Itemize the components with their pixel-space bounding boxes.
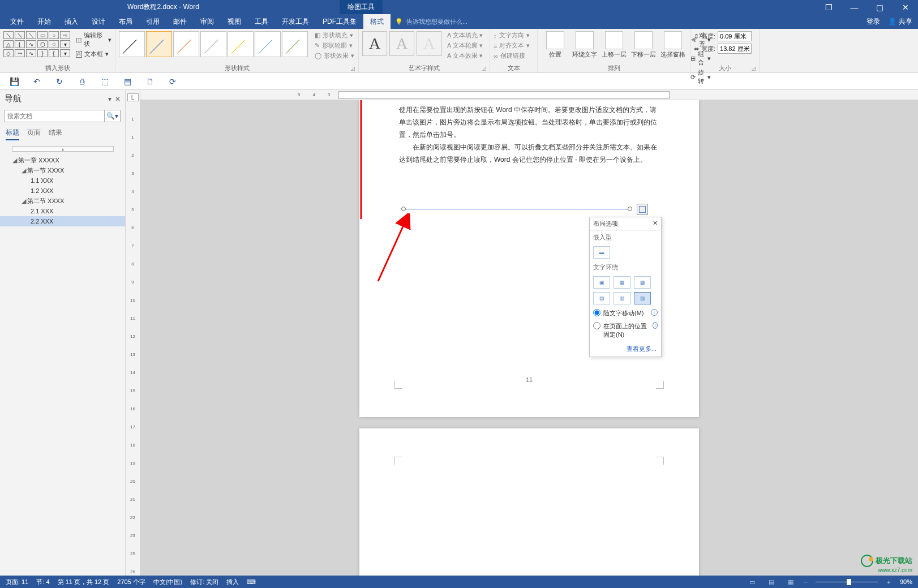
tab-home[interactable]: 开始	[31, 14, 58, 29]
shape-rbrace-icon[interactable]: }	[37, 49, 48, 57]
redo-button[interactable]: ↻	[53, 75, 66, 88]
status-section[interactable]: 节: 4	[36, 578, 49, 586]
nav-tab-pages[interactable]: 页面	[27, 128, 41, 140]
text-effect-button[interactable]: A 文本效果 ▾	[447, 51, 483, 60]
style-swatch[interactable]	[173, 31, 199, 57]
shape-style-gallery[interactable]	[119, 31, 308, 57]
text-outline-button[interactable]: A 文本轮廓 ▾	[447, 41, 483, 50]
maximize-button[interactable]: ▢	[867, 0, 893, 14]
layout-options-button[interactable]	[637, 204, 648, 215]
tab-file[interactable]: 文件	[3, 14, 31, 29]
edit-shape-button[interactable]: ◫编辑形状 ▾	[76, 31, 111, 48]
dialog-launcher-icon[interactable]: ◿	[752, 66, 757, 71]
status-ime[interactable]: ⌨	[247, 578, 256, 586]
close-button[interactable]: ✕	[893, 0, 918, 14]
view-print-icon[interactable]: ▤	[766, 577, 777, 586]
tab-references[interactable]: 引用	[139, 14, 166, 29]
tab-format[interactable]: 格式	[363, 14, 391, 29]
contextual-tab-drawing-tools[interactable]: 绘图工具	[340, 0, 383, 14]
save-button[interactable]: 💾	[8, 75, 20, 88]
shape-rect-icon[interactable]: ▭	[37, 31, 48, 39]
tab-review[interactable]: 审阅	[194, 14, 221, 29]
document-text[interactable]: 使用在需要位置出现的新按钮在 Word 中保存时间。若要更改图片适应文档的方式，…	[359, 100, 699, 166]
shape-hex-icon[interactable]: ⬡	[37, 40, 48, 48]
textbox-button[interactable]: 🄰文本框 ▾	[76, 50, 111, 58]
wrap-topbottom-icon[interactable]: ▤	[593, 292, 610, 304]
status-track-changes[interactable]: 修订: 关闭	[190, 578, 218, 586]
nav-node[interactable]: 1.2 XXX	[0, 186, 125, 196]
ribbon-display-icon[interactable]: ❐	[816, 0, 842, 14]
style-swatch[interactable]	[228, 31, 254, 57]
width-input[interactable]	[718, 44, 752, 54]
status-insert-mode[interactable]: 插入	[226, 578, 239, 586]
shape-star-icon[interactable]: ☆	[49, 40, 59, 48]
nav-tab-headings[interactable]: 标题	[6, 128, 19, 140]
height-input[interactable]	[718, 31, 752, 41]
shape-effect-button[interactable]: ◯形状效果 ▾	[315, 51, 354, 60]
status-page[interactable]: 页面: 11	[6, 578, 28, 586]
nav-expander[interactable]: ▴	[12, 146, 114, 152]
nav-search-input[interactable]	[5, 110, 105, 122]
tab-design[interactable]: 设计	[85, 14, 112, 29]
nav-node[interactable]: ◢第二节 XXXX	[0, 196, 125, 206]
shape-lbrace2-icon[interactable]: {	[49, 49, 59, 57]
zoom-out-button[interactable]: −	[804, 578, 808, 585]
shape-line-icon[interactable]: ＼	[26, 31, 36, 39]
qat-button[interactable]: ⟳	[166, 75, 179, 88]
nav-tab-results[interactable]: 结果	[49, 128, 62, 140]
tab-view[interactable]: 视图	[221, 14, 248, 29]
wordart-swatch[interactable]: A	[362, 31, 387, 56]
document-page-next[interactable]	[359, 428, 699, 576]
style-swatch[interactable]	[255, 31, 281, 57]
radio-input[interactable]	[593, 309, 600, 316]
info-icon[interactable]: i	[651, 309, 658, 316]
qat-button[interactable]: 🗋	[144, 75, 156, 88]
style-swatch[interactable]	[200, 31, 226, 57]
shape-curve-icon[interactable]: ∿	[26, 40, 36, 48]
create-link-button[interactable]: ∞创建链接	[494, 51, 530, 60]
send-backward-button[interactable]: 下移一层	[629, 31, 658, 59]
nav-node-selected[interactable]: 2.2 XXX	[0, 216, 125, 226]
share-button[interactable]: 👤 共享	[888, 17, 912, 27]
wrap-square-icon[interactable]: ▣	[593, 276, 610, 289]
shape-more-icon[interactable]: ▾	[60, 40, 70, 48]
wordart-gallery[interactable]: A A A	[362, 31, 441, 56]
status-page-count[interactable]: 第 11 页，共 12 页	[58, 578, 110, 586]
wrap-through-icon[interactable]: ▩	[634, 276, 651, 289]
zoom-slider-thumb[interactable]	[847, 579, 851, 585]
position-button[interactable]: 位置	[541, 31, 569, 59]
layout-popup-close-icon[interactable]: ✕	[653, 220, 658, 228]
text-fill-button[interactable]: A 文本填充 ▾	[447, 31, 483, 40]
shape-oval-icon[interactable]: ○	[49, 31, 59, 39]
tab-pdf-toolset[interactable]: PDF工具集	[316, 14, 363, 29]
tab-layout[interactable]: 布局	[112, 14, 139, 29]
nav-node[interactable]: 1.1 XXX	[0, 175, 125, 186]
shape-lbrace-icon[interactable]: ⌊	[15, 40, 25, 48]
drawn-line-shape[interactable]	[404, 209, 630, 209]
status-word-count[interactable]: 2705 个字	[117, 578, 145, 586]
shape-callout-icon[interactable]: ◇	[3, 49, 14, 57]
style-swatch[interactable]	[119, 31, 145, 57]
shape-bezier-icon[interactable]: ∿	[26, 49, 36, 57]
info-icon[interactable]: i	[653, 322, 658, 329]
qat-button[interactable]: ⎙	[76, 75, 88, 88]
wrap-infront-icon[interactable]: ▧	[634, 292, 651, 304]
resize-handle-right[interactable]	[628, 207, 632, 211]
bring-forward-button[interactable]: 上移一层	[600, 31, 628, 59]
wrap-tight-icon[interactable]: ▦	[614, 276, 630, 289]
tab-insert[interactable]: 插入	[58, 14, 85, 29]
nav-dropdown-icon[interactable]: ▾	[108, 95, 111, 103]
tab-developer[interactable]: 开发工具	[275, 14, 316, 29]
dialog-launcher-icon[interactable]: ◿	[482, 66, 488, 71]
nav-close-icon[interactable]: ✕	[115, 95, 121, 103]
wordart-swatch[interactable]: A	[389, 31, 414, 56]
zoom-slider[interactable]	[816, 581, 878, 583]
shape-more2-icon[interactable]: ▾	[60, 49, 70, 57]
document-scroll-area[interactable]: 使用在需要位置出现的新按钮在 Word 中保存时间。若要更改图片适应文档的方式，…	[140, 100, 918, 576]
zoom-percent[interactable]: 90%	[900, 578, 912, 585]
dialog-launcher-icon[interactable]: ◿	[351, 66, 357, 71]
align-text-button[interactable]: ≡对齐文本 ▾	[494, 41, 530, 50]
shape-triangle-icon[interactable]: △	[3, 40, 14, 48]
selection-pane-button[interactable]: 选择窗格	[659, 31, 687, 59]
style-swatch[interactable]	[282, 31, 308, 57]
